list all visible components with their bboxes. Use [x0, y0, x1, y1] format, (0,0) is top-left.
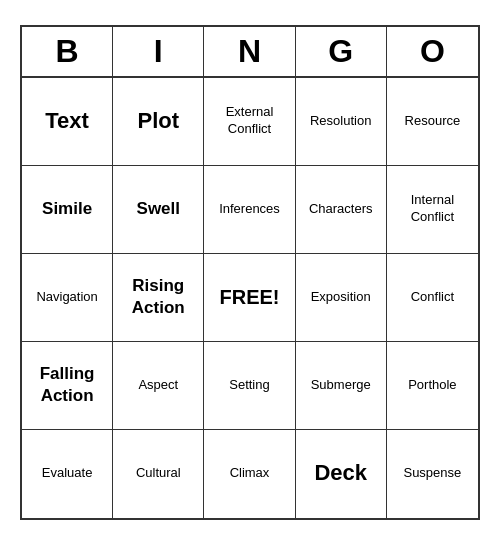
bingo-cell: Resolution	[296, 78, 387, 166]
bingo-cell: External Conflict	[204, 78, 295, 166]
bingo-cell: Deck	[296, 430, 387, 518]
header-letter: B	[22, 27, 113, 76]
bingo-cell: Navigation	[22, 254, 113, 342]
header-letter: N	[204, 27, 295, 76]
bingo-cell: Porthole	[387, 342, 478, 430]
bingo-cell: Submerge	[296, 342, 387, 430]
bingo-cell: Aspect	[113, 342, 204, 430]
bingo-cell: Conflict	[387, 254, 478, 342]
bingo-cell: Text	[22, 78, 113, 166]
bingo-cell: Swell	[113, 166, 204, 254]
bingo-cell: Plot	[113, 78, 204, 166]
header-letter: O	[387, 27, 478, 76]
bingo-cell: Suspense	[387, 430, 478, 518]
bingo-cell: Falling Action	[22, 342, 113, 430]
bingo-grid: TextPlotExternal ConflictResolutionResou…	[22, 78, 478, 518]
bingo-cell: Climax	[204, 430, 295, 518]
header-letter: I	[113, 27, 204, 76]
bingo-cell: Simile	[22, 166, 113, 254]
header-letter: G	[296, 27, 387, 76]
bingo-card: BINGO TextPlotExternal ConflictResolutio…	[20, 25, 480, 520]
bingo-header: BINGO	[22, 27, 478, 78]
bingo-cell: FREE!	[204, 254, 295, 342]
bingo-cell: Rising Action	[113, 254, 204, 342]
bingo-cell: Resource	[387, 78, 478, 166]
bingo-cell: Characters	[296, 166, 387, 254]
bingo-cell: Cultural	[113, 430, 204, 518]
bingo-cell: Internal Conflict	[387, 166, 478, 254]
bingo-cell: Exposition	[296, 254, 387, 342]
bingo-cell: Evaluate	[22, 430, 113, 518]
bingo-cell: Setting	[204, 342, 295, 430]
bingo-cell: Inferences	[204, 166, 295, 254]
